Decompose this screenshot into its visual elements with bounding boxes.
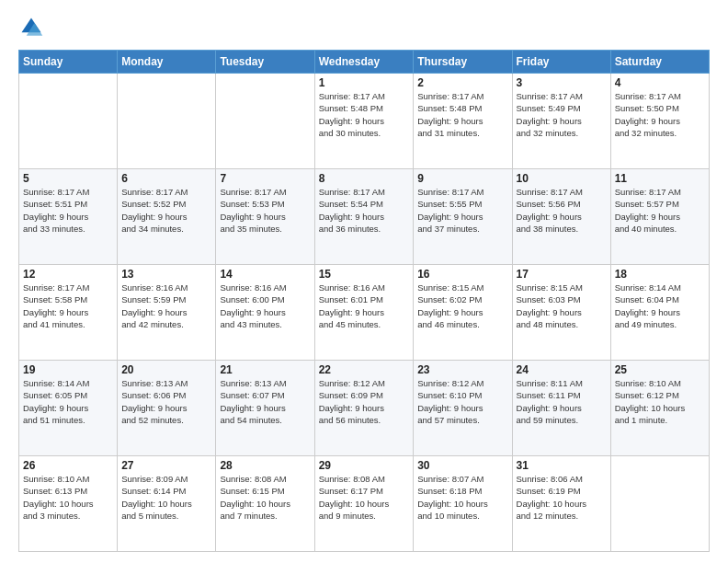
calendar-cell: 13Sunrise: 8:16 AM Sunset: 5:59 PM Dayli… (118, 265, 216, 361)
day-info: Sunrise: 8:08 AM Sunset: 6:17 PM Dayligh… (319, 473, 410, 522)
weekday-header-sunday: Sunday (19, 51, 118, 74)
day-info: Sunrise: 8:17 AM Sunset: 5:51 PM Dayligh… (23, 186, 113, 235)
day-info: Sunrise: 8:16 AM Sunset: 6:00 PM Dayligh… (220, 282, 310, 330)
calendar-cell: 24Sunrise: 8:11 AM Sunset: 6:11 PM Dayli… (512, 361, 610, 456)
day-number: 29 (319, 459, 410, 472)
weekday-header-saturday: Saturday (610, 51, 709, 74)
calendar-cell: 26Sunrise: 8:10 AM Sunset: 6:13 PM Dayli… (19, 456, 118, 552)
day-info: Sunrise: 8:17 AM Sunset: 5:53 PM Dayligh… (220, 186, 310, 235)
calendar-week-3: 12Sunrise: 8:17 AM Sunset: 5:58 PM Dayli… (19, 265, 710, 361)
weekday-header-wednesday: Wednesday (314, 51, 414, 74)
calendar-cell: 2Sunrise: 8:17 AM Sunset: 5:48 PM Daylig… (414, 74, 512, 169)
calendar-cell: 31Sunrise: 8:06 AM Sunset: 6:19 PM Dayli… (512, 456, 610, 552)
day-info: Sunrise: 8:11 AM Sunset: 6:11 PM Dayligh… (517, 377, 607, 426)
calendar-cell: 4Sunrise: 8:17 AM Sunset: 5:50 PM Daylig… (610, 74, 709, 169)
day-number: 4 (615, 76, 705, 89)
header (18, 15, 710, 40)
day-info: Sunrise: 8:15 AM Sunset: 6:03 PM Dayligh… (517, 282, 607, 330)
day-number: 1 (319, 76, 410, 89)
day-info: Sunrise: 8:17 AM Sunset: 5:48 PM Dayligh… (417, 90, 507, 139)
weekday-header-thursday: Thursday (414, 51, 512, 74)
day-number: 30 (417, 459, 507, 472)
calendar-week-4: 19Sunrise: 8:14 AM Sunset: 6:05 PM Dayli… (19, 361, 710, 456)
day-info: Sunrise: 8:17 AM Sunset: 5:56 PM Dayligh… (517, 186, 607, 235)
day-info: Sunrise: 8:17 AM Sunset: 5:50 PM Dayligh… (615, 90, 705, 139)
day-number: 23 (417, 363, 507, 376)
day-info: Sunrise: 8:17 AM Sunset: 5:57 PM Dayligh… (615, 186, 705, 235)
calendar-cell (118, 74, 216, 169)
calendar-cell: 11Sunrise: 8:17 AM Sunset: 5:57 PM Dayli… (610, 169, 709, 265)
day-info: Sunrise: 8:12 AM Sunset: 6:09 PM Dayligh… (319, 377, 410, 426)
calendar-cell: 6Sunrise: 8:17 AM Sunset: 5:52 PM Daylig… (118, 169, 216, 265)
day-number: 22 (319, 363, 410, 376)
day-number: 17 (517, 268, 607, 281)
day-number: 7 (220, 172, 310, 185)
day-number: 13 (121, 268, 211, 281)
day-info: Sunrise: 8:06 AM Sunset: 6:19 PM Dayligh… (517, 473, 607, 522)
calendar-week-1: 1Sunrise: 8:17 AM Sunset: 5:48 PM Daylig… (19, 74, 710, 169)
day-number: 21 (220, 363, 310, 376)
calendar-cell: 5Sunrise: 8:17 AM Sunset: 5:51 PM Daylig… (19, 169, 118, 265)
day-number: 15 (319, 268, 410, 281)
calendar-cell: 14Sunrise: 8:16 AM Sunset: 6:00 PM Dayli… (216, 265, 314, 361)
day-info: Sunrise: 8:10 AM Sunset: 6:13 PM Dayligh… (23, 473, 113, 522)
calendar-cell: 16Sunrise: 8:15 AM Sunset: 6:02 PM Dayli… (414, 265, 512, 361)
calendar-cell: 19Sunrise: 8:14 AM Sunset: 6:05 PM Dayli… (19, 361, 118, 456)
day-number: 19 (23, 363, 113, 376)
calendar-table: SundayMondayTuesdayWednesdayThursdayFrid… (18, 50, 710, 552)
calendar-cell: 8Sunrise: 8:17 AM Sunset: 5:54 PM Daylig… (314, 169, 414, 265)
day-number: 11 (615, 172, 705, 185)
day-number: 24 (517, 363, 607, 376)
weekday-header-monday: Monday (118, 51, 216, 74)
weekday-header-tuesday: Tuesday (216, 51, 314, 74)
day-info: Sunrise: 8:08 AM Sunset: 6:15 PM Dayligh… (220, 473, 310, 522)
day-number: 20 (121, 363, 211, 376)
page: SundayMondayTuesdayWednesdayThursdayFrid… (0, 0, 728, 563)
day-info: Sunrise: 8:17 AM Sunset: 5:54 PM Dayligh… (319, 186, 410, 235)
day-info: Sunrise: 8:15 AM Sunset: 6:02 PM Dayligh… (417, 282, 507, 330)
logo-icon (18, 15, 44, 40)
calendar-cell: 7Sunrise: 8:17 AM Sunset: 5:53 PM Daylig… (216, 169, 314, 265)
day-info: Sunrise: 8:17 AM Sunset: 5:55 PM Dayligh… (417, 186, 507, 235)
calendar-cell (610, 456, 709, 552)
calendar-cell: 15Sunrise: 8:16 AM Sunset: 6:01 PM Dayli… (314, 265, 414, 361)
day-number: 5 (23, 172, 113, 185)
calendar-cell: 20Sunrise: 8:13 AM Sunset: 6:06 PM Dayli… (118, 361, 216, 456)
day-info: Sunrise: 8:13 AM Sunset: 6:07 PM Dayligh… (220, 377, 310, 426)
day-info: Sunrise: 8:14 AM Sunset: 6:04 PM Dayligh… (615, 282, 705, 330)
day-info: Sunrise: 8:17 AM Sunset: 5:48 PM Dayligh… (319, 90, 410, 139)
day-number: 18 (615, 268, 705, 281)
calendar-cell: 23Sunrise: 8:12 AM Sunset: 6:10 PM Dayli… (414, 361, 512, 456)
calendar-week-2: 5Sunrise: 8:17 AM Sunset: 5:51 PM Daylig… (19, 169, 710, 265)
weekday-header-row: SundayMondayTuesdayWednesdayThursdayFrid… (19, 51, 710, 74)
calendar-cell (216, 74, 314, 169)
day-number: 16 (417, 268, 507, 281)
day-info: Sunrise: 8:17 AM Sunset: 5:58 PM Dayligh… (23, 282, 113, 330)
day-number: 10 (517, 172, 607, 185)
calendar-cell: 10Sunrise: 8:17 AM Sunset: 5:56 PM Dayli… (512, 169, 610, 265)
calendar-cell: 25Sunrise: 8:10 AM Sunset: 6:12 PM Dayli… (610, 361, 709, 456)
day-number: 3 (517, 76, 607, 89)
calendar-cell (19, 74, 118, 169)
day-number: 2 (417, 76, 507, 89)
day-number: 9 (417, 172, 507, 185)
day-number: 14 (220, 268, 310, 281)
day-info: Sunrise: 8:13 AM Sunset: 6:06 PM Dayligh… (121, 377, 211, 426)
calendar-cell: 21Sunrise: 8:13 AM Sunset: 6:07 PM Dayli… (216, 361, 314, 456)
day-number: 26 (23, 459, 113, 472)
day-number: 28 (220, 459, 310, 472)
day-number: 25 (615, 363, 705, 376)
calendar-cell: 9Sunrise: 8:17 AM Sunset: 5:55 PM Daylig… (414, 169, 512, 265)
day-info: Sunrise: 8:14 AM Sunset: 6:05 PM Dayligh… (23, 377, 113, 426)
day-number: 31 (517, 459, 607, 472)
day-info: Sunrise: 8:07 AM Sunset: 6:18 PM Dayligh… (417, 473, 507, 522)
weekday-header-friday: Friday (512, 51, 610, 74)
day-number: 6 (121, 172, 211, 185)
day-info: Sunrise: 8:16 AM Sunset: 5:59 PM Dayligh… (121, 282, 211, 330)
day-number: 12 (23, 268, 113, 281)
calendar-cell: 27Sunrise: 8:09 AM Sunset: 6:14 PM Dayli… (118, 456, 216, 552)
calendar-cell: 1Sunrise: 8:17 AM Sunset: 5:48 PM Daylig… (314, 74, 414, 169)
day-info: Sunrise: 8:12 AM Sunset: 6:10 PM Dayligh… (417, 377, 507, 426)
day-info: Sunrise: 8:17 AM Sunset: 5:49 PM Dayligh… (517, 90, 607, 139)
day-info: Sunrise: 8:10 AM Sunset: 6:12 PM Dayligh… (615, 377, 705, 426)
